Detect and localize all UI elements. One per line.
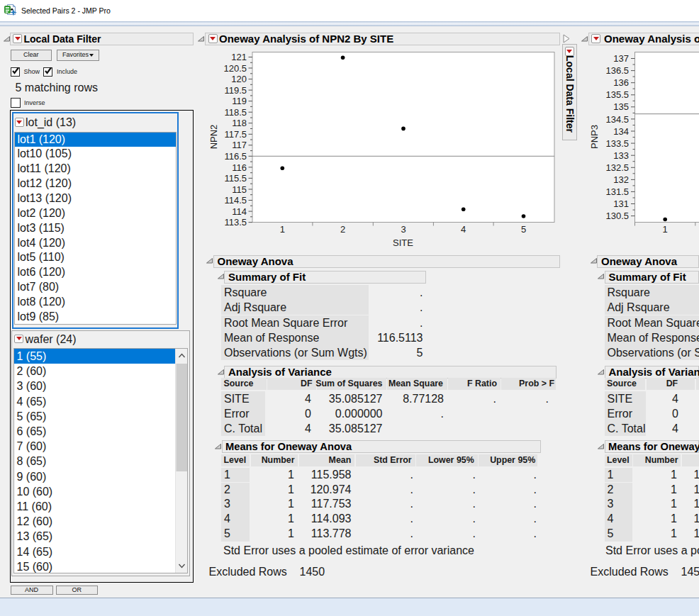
svg-text:130.5: 130.5 [605,211,629,221]
svg-text:113.5: 113.5 [224,217,247,228]
svg-text:137: 137 [613,53,629,64]
svg-text:115: 115 [232,184,247,195]
svg-text:116: 116 [232,162,247,173]
svg-text:131: 131 [613,198,629,209]
svg-text:4: 4 [461,224,466,235]
svg-text:120: 120 [231,74,247,84]
svg-text:133.5: 133.5 [605,138,629,149]
svg-text:121: 121 [231,52,247,62]
svg-text:117.5: 117.5 [224,129,247,140]
svg-text:119: 119 [232,96,247,106]
svg-text:PNP3: PNP3 [589,125,600,149]
svg-text:131.5: 131.5 [605,186,629,197]
svg-text:135.5: 135.5 [605,89,629,100]
svg-text:2: 2 [340,224,345,235]
svg-text:1: 1 [663,224,668,235]
svg-text:1: 1 [280,224,285,235]
svg-text:135: 135 [613,101,629,112]
svg-text:132: 132 [613,174,629,185]
svg-text:115.5: 115.5 [224,173,247,184]
svg-text:120.5: 120.5 [223,63,247,74]
svg-text:5: 5 [521,224,526,235]
svg-text:NPN2: NPN2 [208,125,219,150]
svg-text:117: 117 [232,140,247,150]
svg-text:132.5: 132.5 [605,162,629,173]
svg-text:118.5: 118.5 [224,107,247,118]
svg-text:133: 133 [613,150,629,161]
svg-text:3: 3 [401,224,406,235]
svg-text:134.5: 134.5 [605,114,629,125]
svg-text:136: 136 [613,77,629,88]
svg-text:116.5: 116.5 [224,151,247,162]
svg-text:118: 118 [232,118,247,128]
svg-text:114: 114 [232,206,247,217]
svg-text:114.5: 114.5 [224,195,247,206]
svg-text:SITE: SITE [393,237,413,248]
svg-text:134: 134 [613,126,629,137]
svg-text:119.5: 119.5 [224,85,247,96]
svg-text:136.5: 136.5 [605,65,629,76]
